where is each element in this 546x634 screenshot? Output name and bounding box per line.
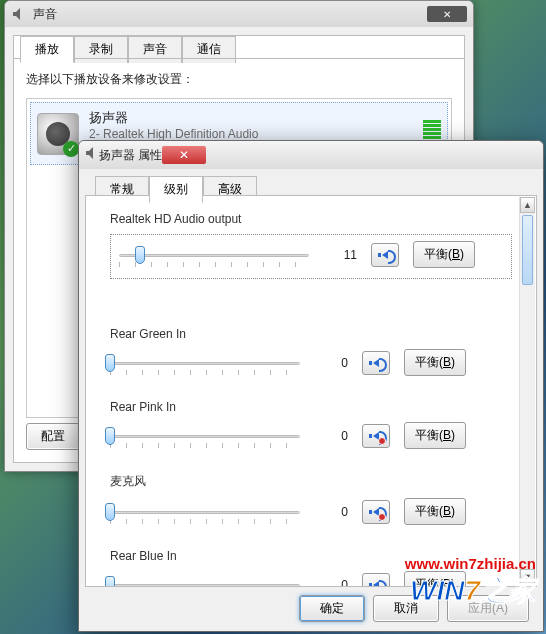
slider-row: 0平衡(B) bbox=[110, 422, 512, 449]
slider-row: 0平衡(B) bbox=[110, 349, 512, 376]
configure-button[interactable]: 配置 bbox=[26, 423, 80, 450]
scroll-down-button[interactable]: ▼ bbox=[520, 569, 535, 585]
volume-slider[interactable] bbox=[110, 576, 300, 588]
apply-button[interactable]: 应用(A) bbox=[447, 595, 529, 622]
slider-thumb[interactable] bbox=[105, 427, 115, 445]
slider-thumb[interactable] bbox=[135, 246, 145, 264]
slider-value: 11 bbox=[323, 248, 357, 262]
speaker-icon bbox=[373, 359, 379, 367]
device-desc1: 2- Realtek High Definition Audio bbox=[89, 127, 258, 141]
scroll-thumb[interactable] bbox=[522, 215, 533, 285]
balance-button[interactable]: 平衡(B) bbox=[404, 498, 466, 525]
slider-label: Rear Blue In bbox=[110, 549, 512, 563]
slider-thumb[interactable] bbox=[105, 354, 115, 372]
mute-indicator-icon bbox=[378, 437, 386, 445]
prop-outer: 常规 级别 高级 Realtek HD Audio output11平衡(B)R… bbox=[85, 175, 537, 625]
slider-value: 0 bbox=[314, 429, 348, 443]
slider-group: Rear Pink In0平衡(B) bbox=[110, 400, 512, 449]
mute-button[interactable] bbox=[362, 573, 390, 588]
slider-row: 0平衡(B) bbox=[110, 571, 512, 587]
slider-group: Realtek HD Audio output11平衡(B) bbox=[110, 212, 512, 279]
slider-value: 0 bbox=[314, 356, 348, 370]
balance-button[interactable]: 平衡(B) bbox=[413, 241, 475, 268]
mute-button[interactable] bbox=[362, 351, 390, 375]
speaker-icon bbox=[85, 146, 99, 164]
balance-button[interactable]: 平衡(B) bbox=[404, 349, 466, 376]
balance-button[interactable]: 平衡(B) bbox=[404, 571, 466, 587]
levels-pane: Realtek HD Audio output11平衡(B)Rear Green… bbox=[85, 195, 537, 587]
slider-label: 麦克风 bbox=[110, 473, 512, 490]
volume-slider[interactable] bbox=[110, 503, 300, 521]
slider-value: 0 bbox=[314, 505, 348, 519]
device-name: 扬声器 bbox=[89, 109, 258, 127]
scroll-up-button[interactable]: ▲ bbox=[520, 197, 535, 213]
sound-titlebar[interactable]: 声音 ✕ bbox=[5, 1, 473, 27]
speaker-icon bbox=[382, 251, 388, 259]
slider-thumb[interactable] bbox=[105, 576, 115, 588]
slider-label: Realtek HD Audio output bbox=[110, 212, 512, 226]
slider-group: Rear Blue In0平衡(B) bbox=[110, 549, 512, 587]
default-check-icon: ✓ bbox=[63, 141, 79, 157]
volume-slider[interactable] bbox=[119, 246, 309, 264]
prop-titlebar[interactable]: 扬声器 属性 ✕ bbox=[79, 141, 543, 169]
slider-row: 11平衡(B) bbox=[110, 234, 512, 279]
speaker-properties-window: 扬声器 属性 ✕ 常规 级别 高级 Realtek HD Audio outpu… bbox=[78, 140, 544, 632]
tab-playback[interactable]: 播放 bbox=[20, 36, 74, 63]
mute-button[interactable] bbox=[371, 243, 399, 267]
slider-row: 0平衡(B) bbox=[110, 498, 512, 525]
device-icon-wrap: ✓ bbox=[37, 113, 79, 155]
prop-footer: 确定 取消 应用(A) bbox=[85, 591, 537, 625]
slider-thumb[interactable] bbox=[105, 503, 115, 521]
svg-marker-0 bbox=[13, 8, 20, 20]
svg-marker-1 bbox=[86, 147, 93, 159]
slider-label: Rear Pink In bbox=[110, 400, 512, 414]
sound-title: 声音 bbox=[33, 6, 57, 23]
mute-button[interactable] bbox=[362, 500, 390, 524]
speaker-icon bbox=[11, 6, 27, 22]
prop-title: 扬声器 属性 bbox=[99, 147, 162, 164]
instructions: 选择以下播放设备来修改设置： bbox=[26, 71, 452, 88]
slider-group: Rear Green In0平衡(B) bbox=[110, 327, 512, 376]
cancel-button[interactable]: 取消 bbox=[373, 595, 439, 622]
speaker-icon bbox=[373, 581, 379, 588]
balance-button[interactable]: 平衡(B) bbox=[404, 422, 466, 449]
ok-button[interactable]: 确定 bbox=[299, 595, 365, 622]
mute-button[interactable] bbox=[362, 424, 390, 448]
slider-group: 麦克风0平衡(B) bbox=[110, 473, 512, 525]
mute-indicator-icon bbox=[378, 513, 386, 521]
volume-slider[interactable] bbox=[110, 427, 300, 445]
slider-value: 0 bbox=[314, 578, 348, 588]
close-button[interactable]: ✕ bbox=[427, 6, 467, 22]
close-button[interactable]: ✕ bbox=[162, 146, 206, 164]
tab-levels[interactable]: 级别 bbox=[149, 176, 203, 203]
slider-label: Rear Green In bbox=[110, 327, 512, 341]
vertical-scrollbar[interactable]: ▲ ▼ bbox=[519, 197, 535, 585]
volume-slider[interactable] bbox=[110, 354, 300, 372]
